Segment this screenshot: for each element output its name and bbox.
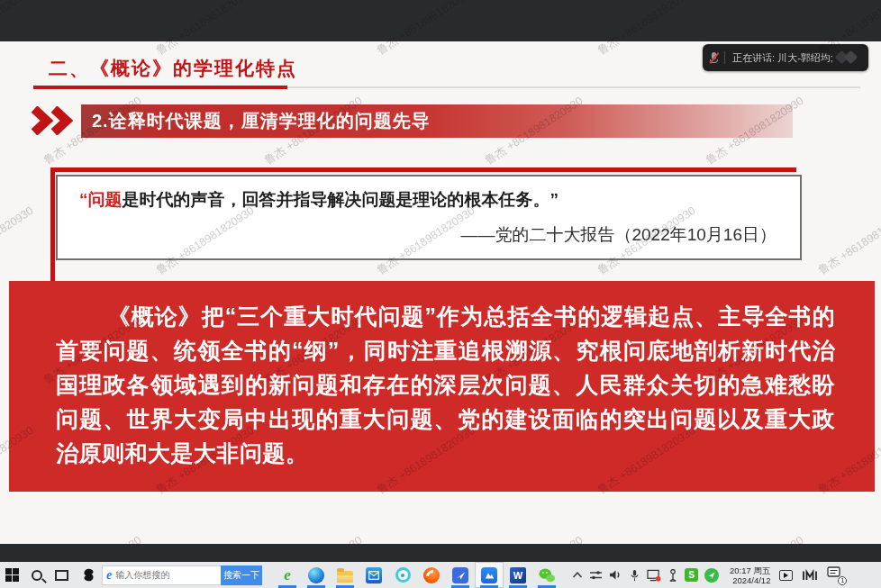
- pinwheel-app-button[interactable]: [81, 562, 96, 588]
- speaking-indicator[interactable]: 正在讲话: 川大-郭绍均;: [703, 44, 868, 71]
- notification-center-button[interactable]: 1: [827, 562, 845, 588]
- tray-screen-record-button[interactable]: [647, 565, 661, 585]
- taskbar-item-mail[interactable]: [359, 562, 388, 588]
- quote-box: “问题是时代的声音，回答并指导解决问题是理论的根本任务。” ——党的二十大报告（…: [56, 175, 802, 260]
- top-dark-bar: [0, 0, 881, 41]
- stabilizer-icon: [668, 569, 678, 582]
- sogou-input-icon: S: [685, 568, 698, 582]
- taskbar: e 搜索一下 e W: [0, 562, 881, 588]
- search-go-button[interactable]: 搜索一下: [221, 565, 262, 585]
- word-icon: W: [510, 567, 526, 583]
- tray-sogou-input-button[interactable]: S: [685, 565, 698, 585]
- imi-icon: [802, 569, 818, 582]
- notification-badge: 1: [838, 576, 847, 585]
- title-underline-gray: [287, 86, 860, 88]
- taskbar-item-tencent-meeting[interactable]: [475, 562, 504, 588]
- taskbar-item-safety-ring[interactable]: [388, 562, 417, 588]
- taskbar-item-ie-browser[interactable]: e: [273, 562, 302, 588]
- taskbar-item-edge[interactable]: [302, 562, 331, 588]
- task-view-icon: [55, 570, 68, 581]
- quote-attribution: ——党的二十大报告（2022年10月16日）: [79, 223, 777, 247]
- speaking-text: 正在讲话: 川大-郭绍均;: [732, 51, 833, 65]
- quote-highlight: “问题: [79, 190, 123, 209]
- taskbar-search-widget: e 搜索一下: [102, 565, 262, 585]
- wechat-icon: [538, 567, 556, 583]
- tray-stabilizer-button[interactable]: [668, 565, 678, 585]
- taskbar-search-button[interactable]: [32, 562, 42, 588]
- paragraph-text: 《概论》把“三个重大时代问题”作为总括全书的逻辑起点、主导全书的首要问题、统领全…: [56, 299, 835, 470]
- pinwheel-icon: [81, 567, 96, 583]
- pill-divider: [724, 51, 725, 64]
- speaker-name: 川大-郭绍均;: [777, 52, 833, 63]
- speaker-icon: [609, 569, 622, 581]
- title-underline-red: [33, 86, 287, 89]
- slide-title: 二、《概论》的学理化特点: [49, 56, 297, 81]
- watermark: 鲁杰 +8618981820930: [41, 533, 145, 544]
- task-view-button[interactable]: [55, 562, 68, 588]
- sliders-icon: [589, 569, 603, 581]
- meeting-app-logo-icon: [834, 50, 861, 65]
- watermark: 鲁杰 +8618981820930: [704, 533, 807, 544]
- double-chevron-icon: [31, 106, 79, 135]
- presentation-slide: 二、《概论》的学理化特点 2.诠释时代课题，厘清学理化的问题先导 “问题是时代的…: [0, 41, 881, 544]
- sogou-flame-icon: [423, 567, 440, 583]
- start-button[interactable]: [5, 562, 19, 588]
- tray-microphone-button[interactable]: [629, 565, 640, 585]
- tencent-meeting-icon: [481, 567, 497, 583]
- red-paragraph-block: 《概论》把“三个重大时代问题”作为总括全书的逻辑起点、主导全书的首要问题、统领全…: [9, 281, 875, 492]
- taskbar-clock[interactable]: 20:17 周五 2024/4/12: [730, 565, 770, 585]
- microphone-muted-icon: [710, 52, 718, 64]
- imi-app-button[interactable]: [802, 562, 818, 588]
- section-banner-text: 2.诠释时代课题，厘清学理化的问题先导: [92, 109, 431, 133]
- watermark: 鲁杰 +8618981820930: [483, 533, 586, 544]
- taskbar-item-wechat[interactable]: [532, 562, 561, 588]
- edge-icon: [308, 567, 324, 583]
- taskbar-item-sogou-browser[interactable]: [417, 562, 446, 588]
- green-messenger-icon: [704, 568, 719, 583]
- watermark: 鲁杰 +8618981820930: [0, 204, 37, 278]
- search-icon: [32, 570, 42, 581]
- screen-record-icon: [647, 569, 661, 582]
- tim-bird-icon: [452, 567, 468, 583]
- folder-icon: [337, 571, 353, 583]
- watermark: 鲁杰 +8618981820930: [262, 533, 366, 544]
- taskbar-item-file-explorer[interactable]: [331, 562, 359, 588]
- microphone-icon: [629, 569, 640, 582]
- watermark: 鲁杰 +8618981820930: [816, 204, 881, 278]
- video-popup-icon: [779, 570, 793, 581]
- windows-logo-icon: [5, 568, 19, 582]
- tray-volume-button[interactable]: [609, 565, 622, 585]
- tray-expand-button[interactable]: [572, 565, 583, 585]
- notification-icon: 1: [827, 566, 845, 584]
- mail-icon: [366, 567, 382, 583]
- video-popup-button[interactable]: [779, 562, 793, 588]
- browser-e-icon: e: [106, 569, 112, 582]
- quote-body: 是时代的声音，回答并指导解决问题是理论的根本任务。”: [123, 190, 559, 209]
- search-box[interactable]: e: [102, 565, 221, 585]
- clock-date: 2024/4/12: [730, 575, 770, 585]
- ie-green-icon: e: [284, 567, 291, 583]
- ring-app-icon: [395, 567, 411, 583]
- quote-text: “问题是时代的声音，回答并指导解决问题是理论的根本任务。”: [79, 188, 777, 212]
- tray-green-app-button[interactable]: [704, 565, 719, 585]
- tray-sliders-button[interactable]: [589, 565, 603, 585]
- quote-accent-left: [50, 167, 55, 299]
- section-banner: 2.诠释时代课题，厘清学理化的问题先导: [81, 104, 793, 138]
- system-tray: S: [572, 565, 719, 585]
- clock-time: 20:17 周五: [730, 565, 770, 575]
- bottom-dark-bar: [0, 544, 881, 562]
- quote-accent-top: [50, 167, 796, 172]
- chevron-up-icon: [572, 571, 583, 579]
- taskbar-item-tim[interactable]: [446, 562, 475, 588]
- search-input[interactable]: [115, 570, 205, 580]
- taskbar-item-word[interactable]: W: [504, 562, 532, 588]
